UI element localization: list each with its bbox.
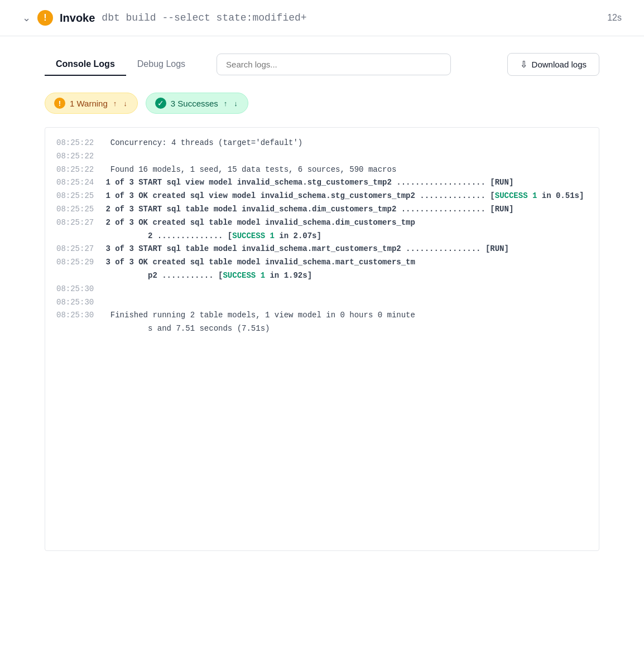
log-time: 08:25:27: [56, 243, 101, 256]
success-count: 3 Successes: [171, 99, 218, 108]
log-text: Finished running 2 table models, 1 view …: [101, 309, 415, 336]
warning-down-arrow[interactable]: ↓: [122, 99, 128, 108]
log-line: 08:25:25 2 of 3 START sql table model in…: [56, 203, 588, 216]
log-text: 1 of 3 OK created sql view model invalid…: [101, 190, 584, 203]
invoke-title: Invoke: [60, 12, 95, 25]
log-text: Concurrency: 4 threads (target='default'…: [101, 137, 302, 150]
main-content: Console Logs Debug Logs ⇩ Download logs …: [0, 36, 644, 568]
log-text: Found 16 models, 1 seed, 15 data tests, …: [101, 163, 396, 177]
warning-icon: !: [37, 10, 53, 26]
log-line: 08:25:25 1 of 3 OK created sql view mode…: [56, 190, 588, 203]
log-line: 08:25:29 3 of 3 OK created sql table mod…: [56, 256, 588, 283]
log-time: 08:25:29: [56, 256, 101, 269]
search-input[interactable]: [217, 54, 451, 75]
download-logs-label: Download logs: [532, 60, 587, 69]
log-line: 08:25:22 Concurrency: 4 threads (target=…: [56, 137, 588, 150]
invoke-bar: ⌄ ! Invoke dbt build --select state:modi…: [0, 0, 644, 36]
log-time: 08:25:22: [56, 150, 101, 163]
tab-console-logs[interactable]: Console Logs: [45, 54, 126, 76]
warning-count: 1 Warning: [70, 99, 108, 108]
log-time: 08:25:22: [56, 163, 101, 177]
log-line: 08:25:24 1 of 3 START sql view model inv…: [56, 176, 588, 190]
search-box: [217, 54, 451, 75]
log-line: 08:25:30: [56, 296, 588, 310]
log-time: 08:25:25: [56, 190, 101, 203]
log-text: 2 of 3 START sql table model invalid_sch…: [101, 203, 513, 216]
download-logs-button[interactable]: ⇩ Download logs: [507, 53, 599, 76]
tab-debug-logs[interactable]: Debug Logs: [126, 54, 196, 76]
log-line: 08:25:30: [56, 283, 588, 296]
log-text: 3 of 3 START sql table model invalid_sch…: [101, 243, 509, 256]
log-time: 08:25:27: [56, 216, 101, 230]
log-line: 08:25:22 Found 16 models, 1 seed, 15 dat…: [56, 163, 588, 177]
warning-badge-icon: !: [54, 98, 65, 109]
tabs: Console Logs Debug Logs: [45, 54, 196, 76]
invoke-duration: 12s: [607, 13, 622, 23]
success-badge-icon: ✓: [155, 98, 166, 109]
warning-up-arrow[interactable]: ↑: [112, 99, 118, 108]
log-time: 08:25:30: [56, 309, 101, 322]
filter-row: ! 1 Warning ↑ ↓ ✓ 3 Successes ↑ ↓: [45, 93, 599, 114]
success-filter-badge[interactable]: ✓ 3 Successes ↑ ↓: [146, 93, 248, 114]
log-text: 1 of 3 START sql view model invalid_sche…: [101, 176, 513, 190]
log-line: 08:25:27 3 of 3 START sql table model in…: [56, 243, 588, 256]
chevron-icon[interactable]: ⌄: [22, 12, 31, 24]
log-time: 08:25:30: [56, 283, 101, 296]
log-text: 3 of 3 OK created sql table model invali…: [101, 256, 415, 283]
log-time: 08:25:25: [56, 203, 101, 216]
success-up-arrow[interactable]: ↑: [223, 99, 229, 108]
logs-header: Console Logs Debug Logs ⇩ Download logs: [45, 53, 599, 76]
log-line: 08:25:22: [56, 150, 588, 163]
log-time: 08:25:22: [56, 137, 101, 150]
log-time: 08:25:30: [56, 296, 101, 310]
log-area[interactable]: 08:25:22 Concurrency: 4 threads (target=…: [45, 127, 599, 551]
invoke-command: dbt build --select state:modified+: [102, 12, 306, 23]
log-line: 08:25:30 Finished running 2 table models…: [56, 309, 588, 336]
warning-filter-badge[interactable]: ! 1 Warning ↑ ↓: [45, 93, 138, 114]
log-text: 2 of 3 OK created sql table model invali…: [101, 216, 415, 243]
download-icon: ⇩: [520, 59, 527, 70]
log-time: 08:25:24: [56, 176, 101, 190]
log-line: 08:25:27 2 of 3 OK created sql table mod…: [56, 216, 588, 243]
success-down-arrow[interactable]: ↓: [233, 99, 239, 108]
